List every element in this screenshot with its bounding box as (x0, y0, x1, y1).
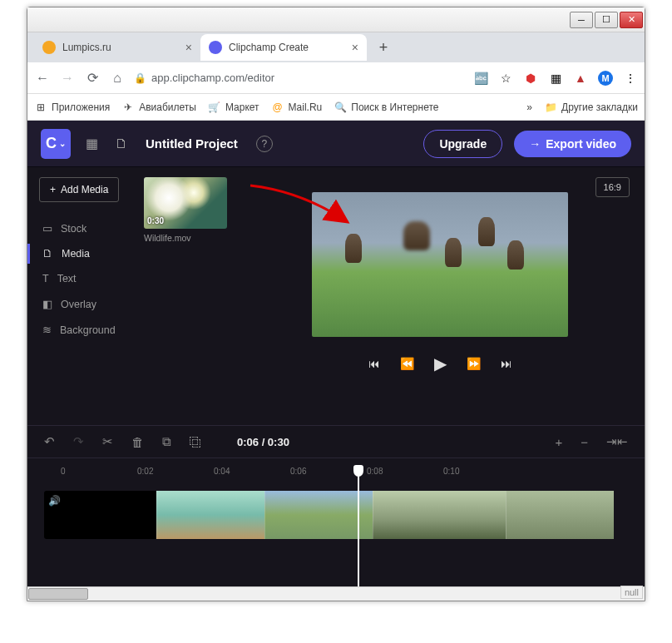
preview-content (312, 192, 568, 337)
close-tab-icon[interactable]: × (352, 41, 358, 54)
media-thumbnail[interactable]: 0:30 (144, 177, 227, 229)
play-icon[interactable]: ▶ (434, 354, 447, 373)
avia-bookmark[interactable]: ✈Авиабилеты (121, 101, 196, 114)
tab-title: Lumpics.ru (62, 42, 179, 53)
zoom-out-icon[interactable]: − (581, 435, 588, 449)
video-track[interactable]: 🔊 (44, 491, 628, 539)
tab-lumpics[interactable]: Lumpics.ru × (34, 34, 200, 61)
undo-icon[interactable]: ↶ (44, 434, 55, 449)
add-media-button[interactable]: +Add Media (39, 177, 119, 202)
fit-icon[interactable]: ⇥⇤ (606, 434, 628, 449)
media-panel: 0:30 Wildlife.mov (144, 167, 235, 425)
adblock-icon[interactable]: ⬢ (523, 71, 538, 86)
browser-tabs: Lumpics.ru × Clipchamp Create × + (27, 32, 645, 62)
skip-end-icon[interactable]: ⏭ (501, 357, 512, 370)
help-icon[interactable]: ? (256, 136, 273, 152)
stock-icon: ▭ (42, 222, 52, 235)
sidebar-item-stock[interactable]: ▭Stock (39, 215, 144, 241)
project-title[interactable]: Untitled Project (146, 136, 238, 151)
duplicate-icon[interactable]: ⿻ (190, 435, 202, 449)
favicon-lumpics (42, 41, 56, 54)
more-bookmarks-icon[interactable]: » (526, 101, 532, 113)
sidebar-item-overlay[interactable]: ◧Overlay (39, 291, 144, 317)
tab-clipchamp[interactable]: Clipchamp Create × (200, 34, 367, 61)
cart-icon: 🛒 (208, 101, 221, 114)
market-bookmark[interactable]: 🛒Маркет (208, 101, 259, 114)
app-logo[interactable]: C⌄ (41, 129, 71, 159)
zoom-in-icon[interactable]: + (555, 435, 562, 449)
window-minimize-button[interactable]: ─ (570, 12, 593, 28)
sidebar-item-text[interactable]: TText (39, 266, 144, 291)
upgrade-button[interactable]: Upgrade (423, 130, 502, 158)
chevron-down-icon: ⌄ (59, 139, 66, 148)
search-icon: 🔍 (334, 101, 347, 114)
sidebar-active-indicator (27, 244, 30, 264)
timeline[interactable]: 0 0:02 0:04 0:06 0:08 0:10 🔊 (27, 458, 645, 539)
window-close-button[interactable]: ✕ (620, 12, 643, 28)
sidebar-item-background[interactable]: ≋Background (39, 317, 144, 343)
horizontal-scrollbar[interactable] (27, 586, 645, 601)
forward-icon[interactable]: → (59, 71, 76, 86)
projects-icon[interactable]: ▦ (82, 136, 101, 151)
timeline-time: 0:06 / 0:30 (237, 436, 289, 448)
export-button[interactable]: →Export video (514, 131, 631, 157)
mailru-bookmark[interactable]: @Mail.Ru (271, 101, 323, 114)
back-icon[interactable]: ← (34, 71, 51, 86)
rewind-icon[interactable]: ⏪ (400, 357, 414, 370)
clipchamp-app: C⌄ ▦ 🗋 Untitled Project ? Upgrade →Expor… (27, 121, 645, 601)
fastforward-icon[interactable]: ⏩ (467, 357, 481, 370)
other-bookmarks[interactable]: 📁Другие закладки (544, 101, 638, 114)
redo-icon[interactable]: ↷ (73, 434, 84, 449)
search-bookmark[interactable]: 🔍Поиск в Интернете (334, 101, 438, 114)
preview-canvas[interactable] (312, 192, 568, 337)
window-titlebar: ─ ☐ ✕ (27, 7, 645, 32)
home-icon[interactable]: ⌂ (109, 71, 126, 86)
media-icon: 🗋 (42, 248, 53, 260)
playback-controls: ⏮ ⏪ ▶ ⏩ ⏭ (368, 354, 512, 373)
star-icon[interactable]: ☆ (498, 71, 513, 86)
preview-area: 16:9 ⏮ ⏪ ▶ ⏩ ⏭ (235, 167, 645, 425)
close-tab-icon[interactable]: × (185, 41, 192, 54)
playhead[interactable] (358, 465, 359, 598)
ext-icon[interactable]: ▦ (548, 71, 563, 86)
timeline-clip[interactable] (156, 491, 264, 539)
lock-icon: 🔒 (134, 72, 146, 84)
volume-icon[interactable]: 🔊 (48, 495, 61, 507)
reload-icon[interactable]: ⟳ (84, 70, 101, 86)
arrow-right-icon: → (529, 137, 541, 151)
timeline-tools: ↶ ↷ ✂ 🗑 ⧉ ⿻ 0:06 / 0:30 + − ⇥⇤ (27, 425, 645, 458)
profile-icon[interactable]: M (598, 71, 613, 86)
timeline-clip[interactable] (373, 491, 506, 539)
plane-icon: ✈ (121, 101, 135, 114)
media-duration: 0:30 (147, 216, 164, 225)
mail-icon: @ (271, 101, 284, 114)
text-icon: T (42, 273, 49, 284)
timeline-clip[interactable] (264, 491, 373, 539)
apps-icon: ⊞ (34, 101, 47, 114)
background-icon: ≋ (42, 324, 52, 336)
tab-title: Clipchamp Create (229, 42, 345, 53)
copy-icon[interactable]: ⧉ (162, 434, 171, 449)
pdf-icon[interactable]: ▲ (573, 71, 588, 86)
scrollbar-thumb[interactable] (28, 588, 88, 600)
apps-bookmark[interactable]: ⊞Приложения (34, 101, 110, 114)
address-bar: ← → ⟳ ⌂ 🔒 app.clipchamp.com/editor 🔤 ☆ ⬢… (27, 62, 645, 94)
skip-start-icon[interactable]: ⏮ (368, 357, 380, 370)
delete-icon[interactable]: 🗑 (131, 435, 144, 449)
aspect-ratio-button[interactable]: 16:9 (595, 177, 630, 197)
window-maximize-button[interactable]: ☐ (595, 12, 618, 28)
sidebar-item-media[interactable]: 🗋Media (39, 241, 144, 266)
translate-icon[interactable]: 🔤 (473, 71, 488, 86)
timeline-clip[interactable] (506, 491, 614, 539)
url-field[interactable]: 🔒 app.clipchamp.com/editor (134, 72, 465, 84)
sidebar: +Add Media ▭Stock 🗋Media TText ◧Overlay … (27, 167, 144, 425)
menu-icon[interactable]: ⋮ (623, 71, 638, 86)
audio-cell[interactable]: 🔊 (44, 491, 156, 539)
null-label: null (620, 586, 643, 599)
file-icon[interactable]: 🗋 (112, 136, 131, 151)
browser-window: ─ ☐ ✕ Lumpics.ru × Clipchamp Create × + … (27, 7, 645, 601)
extensions: 🔤 ☆ ⬢ ▦ ▲ M ⋮ (473, 71, 638, 86)
cut-icon[interactable]: ✂ (102, 434, 113, 449)
main-area: +Add Media ▭Stock 🗋Media TText ◧Overlay … (27, 167, 645, 425)
new-tab-button[interactable]: + (372, 36, 395, 59)
